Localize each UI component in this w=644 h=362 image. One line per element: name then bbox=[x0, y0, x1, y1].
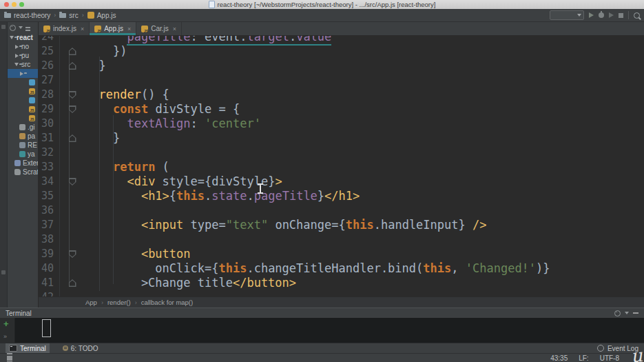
close-tab-icon[interactable]: × bbox=[173, 26, 176, 32]
fold-marker-up-icon[interactable] bbox=[69, 134, 76, 142]
fold-marker-down-icon[interactable] bbox=[69, 91, 76, 99]
debug-icon[interactable] bbox=[599, 12, 604, 18]
project-tree-item-pu[interactable]: pu bbox=[8, 51, 38, 60]
fold-marker-up-icon[interactable] bbox=[69, 279, 76, 287]
project-tree-item-scrat[interactable]: Scrat bbox=[8, 168, 38, 177]
tab-car-js[interactable]: Car.js× bbox=[136, 22, 182, 35]
fold-marker-down-icon[interactable] bbox=[69, 105, 76, 113]
breadcrumb-item[interactable]: callback for map() bbox=[141, 299, 194, 306]
line-number: 35 bbox=[39, 189, 60, 203]
project-tree-item-no[interactable]: no bbox=[8, 42, 38, 51]
code-line-27[interactable]: 27 bbox=[39, 73, 644, 88]
nav-crumb-src[interactable]: src bbox=[59, 12, 78, 19]
project-tree-item[interactable] bbox=[8, 87, 38, 96]
project-tree-item[interactable] bbox=[8, 78, 38, 87]
caret-position[interactable]: 43:35 bbox=[550, 354, 568, 362]
breadcrumb-item[interactable]: render() bbox=[107, 299, 131, 306]
settings-gear-icon[interactable] bbox=[10, 25, 16, 31]
code-editor[interactable]: 24 pageTitle: event.target.value25 })26 … bbox=[39, 36, 644, 296]
tree-right-arrow-icon[interactable] bbox=[19, 72, 24, 76]
project-tree-item-re[interactable]: RE bbox=[8, 141, 38, 150]
nav-crumb-app-js[interactable]: App.js bbox=[87, 12, 116, 19]
status-menu-icon[interactable] bbox=[7, 353, 12, 362]
tree-right-arrow-icon[interactable] bbox=[14, 45, 19, 49]
code-line-33[interactable]: 33 return ( bbox=[39, 160, 644, 174]
close-tab-icon[interactable]: × bbox=[81, 26, 84, 32]
chevron-down-icon[interactable] bbox=[19, 26, 23, 29]
project-tree-item[interactable] bbox=[8, 114, 38, 123]
code-line-35[interactable]: 35 <h1>{this.state.pageTitle}</h1> bbox=[39, 189, 644, 203]
project-tree-item[interactable] bbox=[8, 105, 38, 114]
tool-strip-icon[interactable] bbox=[1, 270, 6, 274]
window-controls[interactable] bbox=[4, 2, 24, 7]
search-everywhere-icon[interactable] bbox=[634, 12, 640, 19]
window-title: react-theory [~/WebstormProjects/react-t… bbox=[218, 1, 436, 8]
left-tool-strip[interactable] bbox=[0, 22, 8, 308]
gutter-fold-column bbox=[60, 36, 85, 44]
code-line-31[interactable]: 31 } bbox=[39, 131, 644, 145]
tree-right-arrow-icon[interactable] bbox=[14, 54, 19, 58]
project-tree-item-ya[interactable]: ya bbox=[8, 150, 38, 159]
project-tree-item-react[interactable]: react bbox=[8, 33, 38, 42]
code-line-41[interactable]: 41 >Change title</button> bbox=[39, 276, 644, 290]
js-icon bbox=[29, 106, 35, 112]
collapse-all-icon[interactable] bbox=[25, 27, 30, 28]
tool-strip-icon[interactable] bbox=[1, 25, 6, 29]
yarn-icon bbox=[19, 151, 25, 157]
tree-down-arrow-icon[interactable] bbox=[9, 36, 14, 39]
code-line-25[interactable]: 25 }) bbox=[39, 44, 644, 59]
css-icon bbox=[29, 97, 35, 103]
fold-marker-down-icon[interactable] bbox=[69, 178, 76, 185]
todo-toolwindow-button[interactable]: 6: TODO bbox=[59, 343, 102, 353]
code-line-26[interactable]: 26 } bbox=[39, 59, 644, 73]
code-line-37[interactable]: 37 <input type="text" onChange={this.han… bbox=[39, 218, 644, 232]
project-tree-item-pa[interactable]: pa bbox=[8, 132, 38, 141]
code-line-42[interactable]: 42 bbox=[39, 290, 644, 296]
terminal-toolwindow-button[interactable]: Terminal bbox=[6, 343, 50, 353]
code-line-24[interactable]: 24 pageTitle: event.target.value bbox=[39, 36, 644, 44]
project-tree-item-gi[interactable]: .gi bbox=[8, 123, 38, 132]
css-icon bbox=[29, 79, 35, 86]
terminal-more-icon[interactable]: » bbox=[3, 333, 6, 340]
run-with-coverage-icon[interactable] bbox=[609, 12, 614, 18]
tab-index-js[interactable]: index.js× bbox=[39, 22, 90, 35]
tree-down-arrow-icon[interactable] bbox=[14, 63, 19, 66]
code-line-39[interactable]: 39 <button bbox=[39, 247, 644, 261]
breadcrumb-item[interactable]: App bbox=[85, 299, 97, 306]
fold-marker-up-icon[interactable] bbox=[69, 62, 76, 70]
fold-marker-down-icon[interactable] bbox=[69, 250, 76, 258]
code-line-29[interactable]: 29 const divStyle = { bbox=[39, 102, 644, 117]
project-tree-item[interactable] bbox=[8, 69, 38, 78]
code-line-34[interactable]: 34 <div style={divStyle}> bbox=[39, 174, 644, 189]
gutter-fold-column bbox=[60, 218, 85, 232]
terminal-settings-gear-icon[interactable] bbox=[614, 310, 621, 316]
project-tree-item-src[interactable]: src bbox=[8, 60, 38, 69]
line-number: 24 bbox=[39, 36, 60, 44]
close-window-button[interactable] bbox=[4, 2, 9, 7]
project-tree-item-exter[interactable]: Exter bbox=[8, 159, 38, 168]
fold-marker-up-icon[interactable] bbox=[69, 48, 76, 55]
terminal-body[interactable]: + » bbox=[0, 318, 644, 343]
code-line-40[interactable]: 40 onClick={this.changeTitleHandler.bind… bbox=[39, 261, 644, 276]
chevron-down-icon[interactable] bbox=[625, 312, 629, 314]
code-line-30[interactable]: 30 textAlign: 'center' bbox=[39, 117, 644, 131]
close-tab-icon[interactable]: × bbox=[127, 26, 131, 32]
tab-app-js[interactable]: App.js× bbox=[90, 22, 136, 35]
stop-icon[interactable] bbox=[619, 13, 623, 18]
run-configuration-select[interactable] bbox=[550, 10, 584, 20]
line-separator[interactable]: LF: bbox=[579, 354, 588, 362]
hide-panel-icon[interactable] bbox=[633, 312, 638, 314]
event-log-button[interactable]: Event Log bbox=[597, 345, 638, 352]
zoom-window-button[interactable] bbox=[19, 2, 24, 7]
code-line-38[interactable]: 38 bbox=[39, 232, 644, 247]
code-line-36[interactable]: 36 bbox=[39, 203, 644, 218]
new-terminal-session-icon[interactable]: + bbox=[3, 319, 9, 329]
run-icon[interactable] bbox=[589, 12, 594, 18]
code-line-32[interactable]: 32 bbox=[39, 145, 644, 160]
nav-crumb-react-theory[interactable]: react-theory bbox=[4, 12, 50, 19]
code-line-28[interactable]: 28 render() { bbox=[39, 88, 644, 102]
gutter-fold-column bbox=[60, 232, 85, 247]
file-encoding[interactable]: UTF-8 bbox=[600, 354, 619, 362]
minimize-window-button[interactable] bbox=[12, 2, 17, 7]
project-tree-item[interactable] bbox=[8, 96, 38, 105]
